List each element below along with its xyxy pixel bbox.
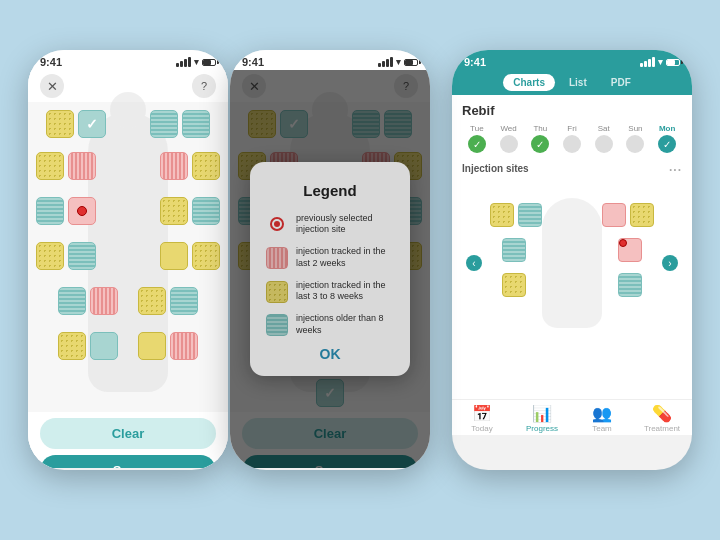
- mini-silhouette: [542, 198, 602, 328]
- legend-item-2: injection tracked in the last 2 weeks: [266, 246, 394, 269]
- mini-site-1[interactable]: [490, 203, 514, 227]
- site-r6c1[interactable]: [58, 332, 86, 360]
- day-tue-indicator: ✓: [468, 135, 486, 153]
- status-icons-2: ▾: [378, 57, 418, 67]
- status-time-2: 9:41: [242, 56, 264, 68]
- treatment-label: Treatment: [644, 424, 680, 433]
- prev-arrow[interactable]: ‹: [466, 255, 482, 271]
- section-title: Injection sites ···: [462, 163, 682, 177]
- site-r2c4[interactable]: [192, 152, 220, 180]
- dots-menu[interactable]: ···: [669, 163, 682, 177]
- site-r2c1[interactable]: [36, 152, 64, 180]
- next-arrow[interactable]: ›: [662, 255, 678, 271]
- nav-today[interactable]: 📅 Today: [452, 404, 512, 433]
- legend-item-3: injection tracked in the last 3 to 8 wee…: [266, 280, 394, 303]
- today-icon: 📅: [472, 404, 492, 423]
- day-tue-label: Tue: [470, 124, 484, 133]
- team-icon: 👥: [592, 404, 612, 423]
- status-bar-3: 9:41 ▾: [452, 50, 692, 70]
- nav-team[interactable]: 👥 Team: [572, 404, 632, 433]
- wifi-icon-3: ▾: [658, 57, 663, 67]
- close-button-1[interactable]: ✕: [40, 74, 64, 98]
- ok-button[interactable]: OK: [266, 346, 394, 362]
- site-r5c3[interactable]: [138, 287, 166, 315]
- mini-site-5[interactable]: [502, 238, 526, 262]
- nav-progress[interactable]: 📊 Progress: [512, 404, 572, 433]
- charts-content: Rebif Tue ✓ Wed Thu ✓ Fri: [452, 95, 692, 399]
- mini-site-8[interactable]: [618, 273, 642, 297]
- day-sat: Sat: [589, 124, 619, 153]
- help-button-1[interactable]: ?: [192, 74, 216, 98]
- day-sun: Sun: [621, 124, 651, 153]
- legend-teal-icon: [266, 314, 288, 336]
- phone-2: 9:41 ▾ ✕ ? ✓: [230, 50, 430, 470]
- site-r2c2[interactable]: [68, 152, 96, 180]
- phone-3: 9:41 ▾ Charts List PDF Rebif Tue ✓: [452, 50, 692, 470]
- mini-site-4[interactable]: [630, 203, 654, 227]
- day-fri-indicator: [563, 135, 581, 153]
- days-row: Tue ✓ Wed Thu ✓ Fri Sat: [462, 124, 682, 153]
- site-r3c3[interactable]: [160, 197, 188, 225]
- site-r5c4[interactable]: [170, 287, 198, 315]
- tab-pdf[interactable]: PDF: [601, 74, 641, 91]
- tab-charts[interactable]: Charts: [503, 74, 555, 91]
- site-r4c2[interactable]: [68, 242, 96, 270]
- status-bar-2: 9:41 ▾: [230, 50, 430, 70]
- wifi-icon-2: ▾: [396, 57, 401, 67]
- status-time-3: 9:41: [464, 56, 486, 68]
- red-dot-1: [77, 206, 87, 216]
- drug-name: Rebif: [462, 103, 682, 118]
- legend-text-2: injection tracked in the last 2 weeks: [296, 246, 394, 269]
- site-r1c1[interactable]: [46, 110, 74, 138]
- site-r6c3[interactable]: [138, 332, 166, 360]
- site-r4c1[interactable]: [36, 242, 64, 270]
- day-mon-indicator: ✓: [658, 135, 676, 153]
- nav-treatment[interactable]: 💊 Treatment: [632, 404, 692, 433]
- mini-site-3[interactable]: [602, 203, 626, 227]
- legend-modal: Legend previously selected injection sit…: [250, 162, 410, 377]
- site-r4c3[interactable]: [160, 242, 188, 270]
- battery-icon-3: [666, 59, 680, 66]
- site-r1c3[interactable]: [150, 110, 178, 138]
- mini-site-7[interactable]: [502, 273, 526, 297]
- site-r6c2[interactable]: [90, 332, 118, 360]
- site-r5c1[interactable]: [58, 287, 86, 315]
- today-label: Today: [471, 424, 492, 433]
- phone-1: 9:41 ▾ ✕ ? ✓: [28, 50, 228, 470]
- phone-2-screen: ✕ ? ✓: [230, 70, 430, 468]
- team-label: Team: [592, 424, 612, 433]
- mini-site-2[interactable]: [518, 203, 542, 227]
- day-mon-label: Mon: [659, 124, 675, 133]
- site-r6c4[interactable]: [170, 332, 198, 360]
- day-fri-label: Fri: [567, 124, 576, 133]
- legend-item-4: injections older than 8 weeks: [266, 313, 394, 336]
- site-r1c4[interactable]: [182, 110, 210, 138]
- day-thu: Thu ✓: [525, 124, 555, 153]
- site-r3c4[interactable]: [192, 197, 220, 225]
- legend-text-3: injection tracked in the last 3 to 8 wee…: [296, 280, 394, 303]
- clear-button-1[interactable]: Clear: [40, 418, 216, 449]
- save-button-1[interactable]: Save: [40, 455, 216, 468]
- mini-site-6[interactable]: [618, 238, 642, 262]
- site-r5c2[interactable]: [90, 287, 118, 315]
- status-time-1: 9:41: [40, 56, 62, 68]
- day-wed-label: Wed: [500, 124, 516, 133]
- modal-overlay: Legend previously selected injection sit…: [230, 70, 430, 468]
- site-r1c2[interactable]: ✓: [78, 110, 106, 138]
- mini-red-dot: [619, 239, 627, 247]
- legend-selected-icon: [270, 217, 284, 231]
- tab-list[interactable]: List: [559, 74, 597, 91]
- injection-grid-1[interactable]: ✓: [28, 102, 228, 412]
- battery-icon-1: [202, 59, 216, 66]
- treatment-icon: 💊: [652, 404, 672, 423]
- progress-label: Progress: [526, 424, 558, 433]
- day-sat-label: Sat: [598, 124, 610, 133]
- site-r4c4[interactable]: [192, 242, 220, 270]
- tab-bar-top: Charts List PDF: [452, 70, 692, 95]
- day-mon: Mon ✓: [652, 124, 682, 153]
- site-r2c3[interactable]: [160, 152, 188, 180]
- site-r3c2[interactable]: [68, 197, 96, 225]
- site-r3c1[interactable]: [36, 197, 64, 225]
- checkmark-1: ✓: [86, 116, 98, 132]
- progress-icon: 📊: [532, 404, 552, 423]
